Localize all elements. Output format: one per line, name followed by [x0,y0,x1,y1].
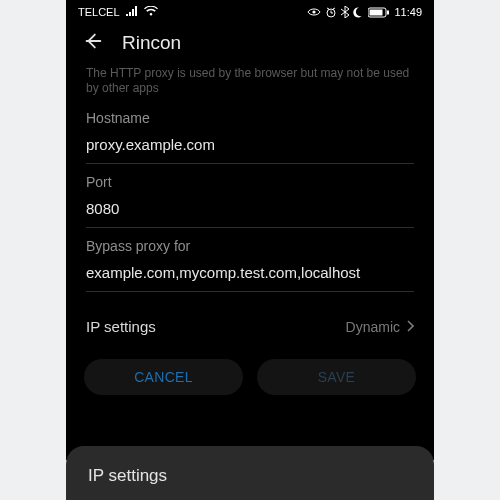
chevron-right-icon [406,319,414,335]
cancel-button-label: CANCEL [134,369,193,385]
back-icon[interactable] [82,30,104,56]
header: Rincon [66,22,434,66]
carrier-label: TELCEL [78,6,120,18]
port-input[interactable]: 8080 [86,190,414,227]
wifi-icon [144,6,158,18]
ip-settings-sheet[interactable]: IP settings [66,446,434,500]
dnd-icon [353,7,364,18]
alarm-icon [325,6,337,18]
sheet-title: IP settings [88,466,167,485]
port-label: Port [86,174,414,190]
clock-label: 11:49 [394,6,422,18]
bypass-label: Bypass proxy for [86,238,414,254]
ip-settings-row[interactable]: IP settings Dynamic [86,300,414,351]
signal-icon [126,6,138,18]
proxy-helper-text: The HTTP proxy is used by the browser bu… [86,66,414,96]
cancel-button[interactable]: CANCEL [84,359,243,395]
hostname-input[interactable]: proxy.example.com [86,126,414,163]
phone-frame: TELCEL 11:49 [66,0,434,500]
page-title: Rincon [122,32,181,54]
ip-settings-label: IP settings [86,318,156,335]
svg-rect-4 [387,10,389,14]
bypass-input[interactable]: example.com,mycomp.test.com,localhost [86,254,414,291]
divider [86,163,414,164]
divider [86,227,414,228]
save-button-label: SAVE [318,369,356,385]
ip-settings-value: Dynamic [346,319,400,335]
svg-rect-3 [370,9,383,15]
status-bar: TELCEL 11:49 [66,0,434,22]
save-button[interactable]: SAVE [257,359,416,395]
hostname-label: Hostname [86,110,414,126]
bluetooth-icon [341,6,349,18]
eye-icon [307,7,321,17]
battery-icon [368,7,390,18]
divider [86,291,414,292]
svg-point-0 [313,10,316,13]
